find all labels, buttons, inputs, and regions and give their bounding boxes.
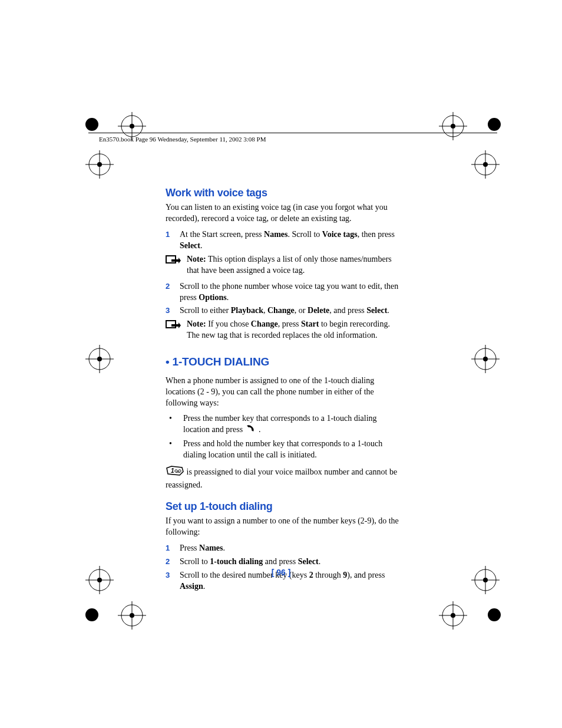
paragraph: 1 is preassigned to dial your voice mail… — [166, 466, 404, 491]
step-3: 3 Scroll to either Playback, Change, or … — [166, 305, 404, 317]
step-number: 2 — [166, 281, 180, 304]
crop-dot-icon — [85, 608, 98, 621]
step-2: 2 Scroll to 1-touch dialing and press Se… — [166, 556, 404, 568]
paragraph: You can listen to an existing voice tag … — [166, 202, 404, 225]
crop-dot-icon — [85, 118, 98, 131]
note: Note: If you chose Change, press Start t… — [166, 319, 404, 341]
crop-dot-icon — [488, 608, 501, 621]
crop-rule-top — [88, 133, 497, 133]
svg-text:1: 1 — [171, 467, 174, 474]
bullet-item: • Press and hold the number key that cor… — [166, 439, 404, 461]
paragraph: When a phone number is assigned to one o… — [166, 375, 404, 409]
crop-mark-icon — [439, 112, 467, 140]
paragraph: If you want to assign a number to one of… — [166, 516, 404, 538]
crop-mark-icon — [85, 150, 114, 179]
bullet-icon: • — [166, 413, 183, 436]
heading-1touch-dialing: • 1-TOUCH DIALING — [166, 354, 404, 370]
note-body: Note: This option displays a list of onl… — [187, 254, 404, 276]
step-number: 3 — [166, 305, 180, 317]
step-number: 2 — [166, 556, 180, 568]
step-body: Press Names. — [180, 543, 404, 554]
step-number: 1 — [166, 229, 180, 252]
crop-mark-icon — [471, 150, 500, 179]
page-content: Work with voice tags You can listen to a… — [166, 186, 404, 594]
bullet-icon: • — [166, 439, 183, 461]
step-1: 1 Press Names. — [166, 543, 404, 554]
heading-setup-1touch: Set up 1-touch dialing — [166, 499, 404, 513]
crop-mark-icon — [439, 601, 467, 630]
key-1-voicemail-icon: 1 — [166, 466, 184, 480]
crop-mark-icon — [471, 345, 500, 373]
crop-dot-icon — [488, 118, 501, 131]
page-number: [ 96 ] — [0, 568, 562, 577]
step-body: Scroll to either Playback, Change, or De… — [180, 305, 404, 317]
step-body: Scroll to 1-touch dialing and press Sele… — [180, 556, 404, 568]
step-body: Scroll to the phone number whose voice t… — [180, 281, 404, 304]
note-body: Note: If you chose Change, press Start t… — [187, 319, 404, 341]
crop-mark-icon — [118, 601, 146, 630]
bullet-item: • Press the number key that corresponds … — [166, 413, 404, 436]
call-key-icon — [245, 424, 257, 436]
heading-voice-tags: Work with voice tags — [166, 186, 404, 200]
crop-mark-icon — [85, 345, 114, 373]
note-arrow-icon — [166, 319, 187, 341]
step-body: At the Start screen, press Names. Scroll… — [180, 229, 404, 252]
note-arrow-icon — [166, 254, 187, 276]
step-2: 2 Scroll to the phone number whose voice… — [166, 281, 404, 304]
note: Note: This option displays a list of onl… — [166, 254, 404, 276]
crop-mark-icon — [118, 112, 146, 140]
step-number: 1 — [166, 543, 180, 554]
bullet-body: Press and hold the number key that corre… — [183, 439, 404, 461]
step-1: 1 At the Start screen, press Names. Scro… — [166, 229, 404, 252]
bullet-body: Press the number key that corresponds to… — [183, 413, 404, 436]
